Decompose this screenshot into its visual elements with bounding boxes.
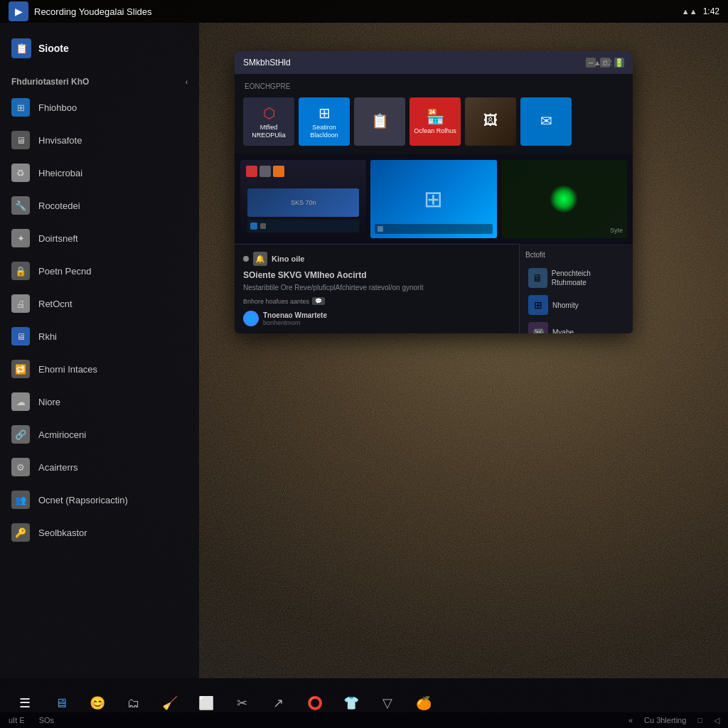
apps-grid: ⬡ Mtfied NREOPUlia ⊞ Seatiron Blacldoon … [240,95,627,149]
sidebar-header-icon: 📋 [11,38,31,58]
app-tile-app5[interactable]: 🖼 [465,97,516,146]
rp-text-rp1: Penochteich Rtuhmoate [552,269,624,287]
sidebar-label-rocotedei: Rocotedei [38,200,80,211]
rp-icon-rp2: ⊞ [528,295,548,315]
right-panel-title: Bctofit [525,251,627,259]
notif-dot [243,256,249,262]
notif-action[interactable]: 🌐 Tnoenao Wmartete bonhentmom [243,311,512,326]
sidebar-items-list: ⊞ Fhiohboo 🖥 Hnvisafote ♻ Hheicrobai 🔧 R… [0,91,199,549]
status-bar-title: Recording Youdegalai Slides [34,6,152,17]
app-tile-app4[interactable]: 🏪 Ocfean Rolhus [410,97,461,146]
app-icon-app2: ⊞ [318,105,331,122]
bottom-status-nav: ◁ [714,716,719,725]
popup-right-panel: Bctofit 🖥 Penochteich Rtuhmoate ⊞ Nhomit… [519,244,633,333]
screen-mini-apps [246,166,284,177]
status-bar-left: ▶ Recording Youdegalai Slides [9,1,152,21]
rp-text-rp2: Nhomity [552,301,579,310]
app-icon-app5: 🖼 [483,112,498,129]
app-icon-app1: ⬡ [263,105,275,122]
popup-battery: ▲ 82 🔋 [594,51,624,74]
right-panel-item-rp3[interactable]: 🎮 Myabe [525,318,627,333]
tb-icon-tb-vacuum: 🧹 [159,692,181,714]
screen-preview-green[interactable]: Syte [501,160,627,238]
popup-apps-section: EONCHGPRE ⬡ Mtfied NREOPUlia ⊞ Seatiron … [235,74,633,154]
screen-preview-windows[interactable]: ⊞ [370,160,496,238]
notif-title: Kino oile [272,255,304,263]
sidebar-label-acairterrs: Acairterrs [38,462,78,473]
app-label-app2: Seatiron Blacldoon [299,124,350,139]
sidebar-label-ehorni-intaces: Ehorni Intaces [38,364,97,375]
sidebar: 📋 Sioote Fhduriotasteri KhO ‹ ⊞ Fhiohboo… [0,23,199,678]
notif-action-icon: 🌐 [243,311,259,326]
rp-text-rp3: Myabe [552,328,574,334]
sidebar-icon-rkhi: 🖥 [11,327,30,346]
sidebar-label-hheicrobai: Hheicrobai [38,168,82,178]
right-panel-item-rp1[interactable]: 🖥 Penochteich Rtuhmoate [525,264,627,291]
popup-title: SMkbhStHld [243,58,291,68]
notif-action-sub: bonhentmom [263,319,327,326]
sidebar-icon-acairterrs: ⚙ [11,458,30,476]
app-icon-app3: 📋 [371,112,389,129]
bottom-status-left: uIt E SOs [9,716,54,724]
apps-section-label: EONCHGPRE [240,80,627,95]
screen-preview-sidebar[interactable]: SKS 70n [240,160,366,238]
rp-icon-rp3: 🎮 [528,322,548,333]
notif-footer-label: Bnhore hoafues aantes 💬 [243,297,512,305]
mini-tile-orange [273,166,284,177]
mini-taskbar-icon-2 [260,223,266,229]
windows-popup[interactable]: SMkbhStHld ▲ 82 🔋 ─ □ ✕ EONCHGPRE ⬡ Mtfi… [235,51,633,333]
windows-taskbar-mini [375,224,492,234]
main-content: SMkbhStHld ▲ 82 🔋 ─ □ ✕ EONCHGPRE ⬡ Mtfi… [199,23,728,678]
signal-icon: ▲▲ [682,7,697,16]
tb-icon-tb-cloth: 👕 [340,692,363,714]
popup-controls[interactable]: ▲ 82 🔋 ─ □ ✕ [586,58,624,68]
sidebar-item-retocnt[interactable]: 🖨 RetOcnt [0,287,199,320]
sidebar-header: 📋 Sioote [0,30,199,67]
app-tile-app3[interactable]: 📋 [354,97,405,146]
status-bar: ▶ Recording Youdegalai Slides ▲▲ 1:42 [0,0,728,23]
tb-icon-tb-funnel: ▽ [376,692,399,714]
sidebar-item-niore[interactable]: ☁ Niore [0,385,199,418]
sidebar-item-acairterrs[interactable]: ⚙ Acairterrs [0,451,199,483]
screen-inner-preview: SKS 70n [247,188,359,217]
sidebar-item-seolbkastor[interactable]: 🔑 Seolbkastor [0,516,199,549]
bottom-status-uIte: uIt E [9,716,25,724]
app-tile-app2[interactable]: ⊞ Seatiron Blacldoon [299,97,350,146]
sidebar-item-fhiohboo[interactable]: ⊞ Fhiohboo [0,91,199,124]
sidebar-item-rkhi[interactable]: 🖥 Rkhi [0,320,199,353]
screen-label-3: Syte [610,227,623,234]
sidebar-label-retocnt: RetOcnt [38,299,73,309]
sidebar-item-acmirioceni[interactable]: 🔗 Acmirioceni [0,418,199,451]
sidebar-item-hnvisafote[interactable]: 🖥 Hnvisafote [0,124,199,156]
app-tile-app1[interactable]: ⬡ Mtfied NREOPUlia [243,97,294,146]
status-time: 1:42 [703,6,719,16]
sidebar-label-rkhi: Rkhi [38,331,57,342]
sidebar-icon-seolbkastor: 🔑 [11,523,30,542]
sidebar-header-label: Sioote [38,43,69,54]
mini-taskbar-icon [250,223,257,230]
right-panel-item-rp2[interactable]: ⊞ Nhomity [525,291,627,318]
app-tile-app6[interactable]: ✉ [520,97,572,146]
sidebar-item-poetn-pecnd[interactable]: 🔒 Poetn Pecnd [0,255,199,287]
popup-bottom-area: 🔔 Kino oile SOiente SKVG VMIheo Aocirtd … [235,244,633,333]
sidebar-item-ocnet-rapsoricactin[interactable]: 👥 Ocnet (Rapsoricactin) [0,483,199,516]
sidebar-item-hheicrobai[interactable]: ♻ Hheicrobai [0,156,199,189]
notif-body: Nestaribtile Ore Reve/pluficplAfchirteve… [243,283,512,293]
green-glow [550,185,578,213]
app-icon: ▶ [9,1,28,21]
sidebar-chevron: ‹ [186,78,188,86]
sidebar-icon-ehorni-intaces: 🔁 [11,360,30,378]
mini-tile-red [246,166,257,177]
bottom-status-right: « Cu 3hlerting □ ◁ [628,716,719,725]
sidebar-item-doirtsneft[interactable]: ✦ Doirtsneft [0,222,199,255]
sidebar-label-seolbkastor: Seolbkastor [38,528,87,538]
tb-icon-tb-computer: 🖥 [50,692,73,714]
tb-icon-tb-store: 🗂 [122,692,145,714]
sidebar-label-poetn-pecnd: Poetn Pecnd [38,266,91,277]
sidebar-item-rocotedei[interactable]: 🔧 Rocotedei [0,189,199,222]
app-label-app4: Ocfean Rolhus [414,127,456,135]
sidebar-item-ehorni-intaces[interactable]: 🔁 Ehorni Intaces [0,353,199,385]
screen-taskbar-mini [247,220,359,232]
sidebar-icon-doirtsneft: ✦ [11,229,30,247]
sidebar-icon-poetn-pecnd: 🔒 [11,262,30,280]
